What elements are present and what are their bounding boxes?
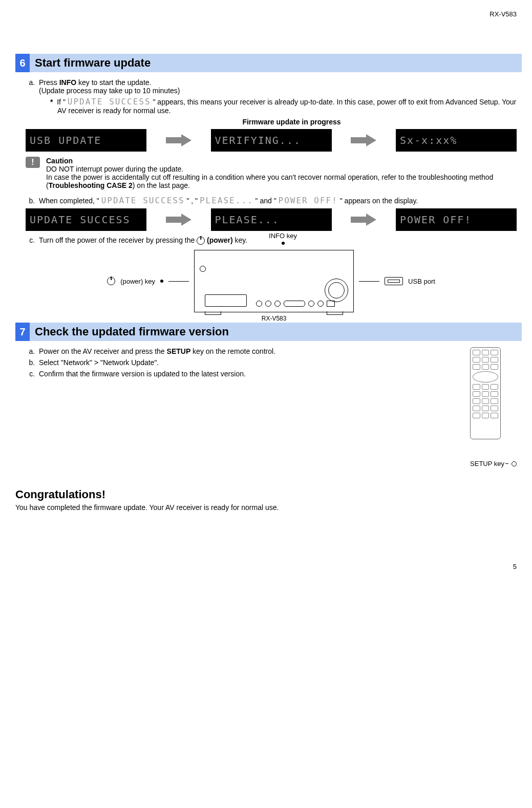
step-6a: Press INFO key to start the update. (Upd… bbox=[37, 78, 517, 115]
troubleshooting-ref: Troubleshooting CASE 2 bbox=[49, 181, 133, 189]
usb-port-icon bbox=[385, 277, 403, 285]
receiver-model-label: RX-V583 bbox=[195, 315, 353, 322]
setup-key-dot bbox=[512, 461, 517, 466]
arrow-icon bbox=[348, 133, 379, 148]
power-icon bbox=[197, 237, 205, 245]
display-usb-update: USB UPDATE bbox=[26, 129, 146, 152]
congratulations-text: You have completed the firmware update. … bbox=[15, 503, 522, 512]
step-7c: Confirm that the firmware version is upd… bbox=[37, 370, 517, 378]
receiver-diagram: (power) key INFO key RX-V583 USB port bbox=[26, 250, 517, 312]
section-6-number: 6 bbox=[15, 54, 30, 72]
text: " , " bbox=[185, 197, 200, 205]
text: key. bbox=[233, 236, 248, 244]
arrow-icon bbox=[163, 133, 194, 148]
display-progress: Sx-x:xx% bbox=[396, 129, 517, 152]
text: key on the remote control. bbox=[190, 347, 275, 355]
display-update-success: UPDATE SUCCESS bbox=[26, 208, 146, 231]
display-power-off: POWER OFF! bbox=[396, 208, 517, 231]
display-text: UPDATE SUCCESS bbox=[68, 97, 151, 107]
text: If " bbox=[57, 98, 68, 106]
caution-icon: ! bbox=[26, 157, 40, 168]
info-key-text: INFO bbox=[59, 78, 76, 87]
setup-key-label: SETUP key bbox=[470, 460, 504, 467]
arrow-icon bbox=[163, 212, 194, 227]
svg-marker-0 bbox=[166, 134, 191, 146]
caution-title: Caution bbox=[46, 157, 517, 165]
receiver-box: INFO key RX-V583 bbox=[194, 250, 354, 312]
display-text: POWER OFF! bbox=[279, 196, 338, 205]
text: (Update process may take up to 10 minute… bbox=[39, 87, 517, 95]
power-key-text: (power) bbox=[205, 236, 232, 244]
text: key to start the update. bbox=[76, 78, 151, 87]
svg-marker-1 bbox=[351, 134, 376, 146]
star-note: * If " UPDATE SUCCESS " appears, this me… bbox=[50, 97, 517, 115]
display-text: PLEASE... bbox=[200, 196, 253, 205]
text: Power on the AV receiver and press the bbox=[39, 347, 167, 355]
text: " and " bbox=[253, 197, 279, 205]
power-key-label: (power) key bbox=[120, 278, 155, 285]
section-7-number: 7 bbox=[15, 323, 30, 341]
step-6b: When completed, " UPDATE SUCCESS " , " P… bbox=[37, 196, 517, 205]
step-7b: Select "Network" > "Network Update". bbox=[37, 358, 517, 367]
step-7a: Power on the AV receiver and press the S… bbox=[37, 347, 517, 355]
display-please: PLEASE... bbox=[211, 208, 332, 231]
svg-marker-3 bbox=[351, 214, 376, 226]
section-7-title: Check the updated firmware version bbox=[30, 323, 522, 341]
text: ) on the last page. bbox=[133, 181, 190, 189]
section-6-title: Start firmware update bbox=[30, 54, 522, 72]
display-verifying: VERIFYING... bbox=[211, 129, 332, 152]
arrow-icon bbox=[348, 212, 379, 227]
text: " appears on the display. bbox=[338, 197, 418, 205]
section-6-header: 6 Start firmware update bbox=[15, 54, 522, 72]
display-text: UPDATE SUCCESS bbox=[101, 196, 185, 205]
text: When completed, " bbox=[39, 197, 101, 205]
remote-control-diagram bbox=[470, 347, 501, 439]
info-key-label: INFO key bbox=[269, 232, 297, 240]
display-row-1: USB UPDATE VERIFYING... Sx-x:xx% bbox=[26, 129, 517, 152]
caution-text-1: DO NOT interrupt power during the update… bbox=[46, 165, 517, 173]
usb-port-label: USB port bbox=[408, 278, 435, 285]
setup-key-text: SETUP bbox=[167, 347, 191, 355]
progress-label: Firmware update in progress bbox=[26, 118, 517, 126]
display-row-2: UPDATE SUCCESS PLEASE... POWER OFF! bbox=[26, 208, 517, 231]
text: Turn off the power of the receiver by pr… bbox=[39, 236, 197, 244]
model-header: RX-V583 bbox=[15, 10, 522, 18]
section-7-header: 7 Check the updated firmware version bbox=[15, 323, 522, 341]
svg-marker-2 bbox=[166, 214, 191, 226]
power-icon bbox=[107, 277, 115, 285]
page-number: 5 bbox=[15, 563, 522, 570]
text: Press bbox=[39, 78, 59, 87]
congratulations-title: Congratulations! bbox=[15, 488, 522, 501]
caution-text-2: In case the power is accidentally cut of… bbox=[46, 173, 517, 189]
